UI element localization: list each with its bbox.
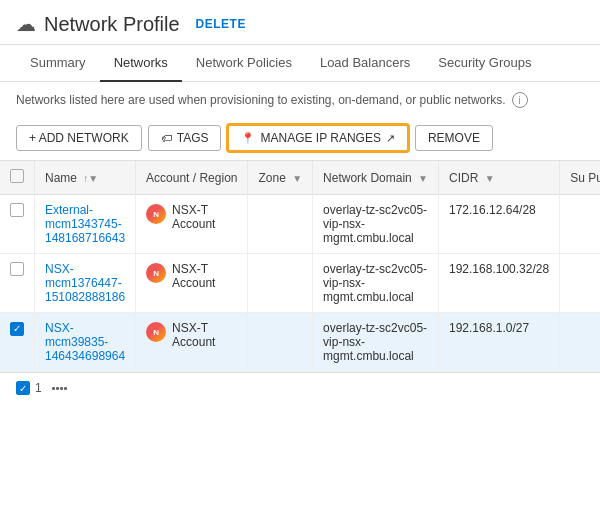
delete-button[interactable]: DELETE xyxy=(196,17,246,31)
row-account-label-0: NSX-T Account xyxy=(172,203,237,231)
info-icon: i xyxy=(512,92,528,108)
table-row: NSX-mcm1376447-151082888186 N NSX-T Acco… xyxy=(0,254,600,313)
tab-bar: Summary Networks Network Policies Load B… xyxy=(0,45,600,82)
row-account-1: N NSX-T Account xyxy=(136,254,248,313)
row-checkbox-1[interactable] xyxy=(10,262,24,276)
row-name-link-0[interactable]: External-mcm1343745-148168716643 xyxy=(45,203,125,245)
row-cidr-2: 192.168.1.0/27 xyxy=(439,313,560,372)
row-network-domain-0: overlay-tz-sc2vc05-vip-nsx-mgmt.cmbu.loc… xyxy=(313,195,439,254)
row-checkbox-cell-1[interactable] xyxy=(0,254,35,313)
toolbar: + ADD NETWORK 🏷 TAGS 📍 MANAGE IP RANGES … xyxy=(0,118,600,160)
tab-networks[interactable]: Networks xyxy=(100,45,182,82)
table-wrap: Name ↑▼ Account / Region Zone ▼ Network … xyxy=(0,160,600,372)
row-su-pu-0 xyxy=(560,195,600,254)
tab-load-balancers[interactable]: Load Balancers xyxy=(306,45,424,82)
row-zone-2 xyxy=(248,313,313,372)
selected-count-value: 1 xyxy=(35,381,42,395)
nsx-icon-2: N xyxy=(146,322,166,342)
row-network-domain-1: overlay-tz-sc2vc05-vip-nsx-mgmt.cmbu.loc… xyxy=(313,254,439,313)
row-checkbox-0[interactable] xyxy=(10,203,24,217)
sort-cidr-icon[interactable]: ▼ xyxy=(485,173,495,184)
sort-zone-icon[interactable]: ▼ xyxy=(292,173,302,184)
sort-name-icon[interactable]: ↑▼ xyxy=(83,173,98,184)
row-name-link-1[interactable]: NSX-mcm1376447-151082888186 xyxy=(45,262,125,304)
manage-ip-label: MANAGE IP RANGES xyxy=(260,131,380,145)
select-all-header[interactable] xyxy=(0,161,35,195)
selected-count: ✓ 1 xyxy=(16,381,42,395)
footer: ✓ 1 xyxy=(0,372,600,403)
cursor-icon: ↗ xyxy=(386,132,395,145)
row-checkbox-2[interactable]: ✓ xyxy=(10,322,24,336)
tab-summary[interactable]: Summary xyxy=(16,45,100,82)
row-checkbox-cell-2[interactable]: ✓ xyxy=(0,313,35,372)
row-cidr-1: 192.168.100.32/28 xyxy=(439,254,560,313)
row-checkbox-cell-0[interactable] xyxy=(0,195,35,254)
col-cidr: CIDR ▼ xyxy=(439,161,560,195)
grid-view-icon[interactable] xyxy=(52,387,67,390)
table-row: ✓ NSX-mcm39835-146434698964 N NSX-T Acco… xyxy=(0,313,600,372)
col-su-pu: Su Pu xyxy=(560,161,600,195)
col-account-region: Account / Region xyxy=(136,161,248,195)
row-name-2: NSX-mcm39835-146434698964 xyxy=(35,313,136,372)
footer-checked-icon: ✓ xyxy=(16,381,30,395)
tags-label: TAGS xyxy=(177,131,209,145)
table-row: External-mcm1343745-148168716643 N NSX-T… xyxy=(0,195,600,254)
row-su-pu-1 xyxy=(560,254,600,313)
row-su-pu-2 xyxy=(560,313,600,372)
select-all-checkbox[interactable] xyxy=(10,169,24,183)
manage-ip-ranges-button[interactable]: 📍 MANAGE IP RANGES ↗ xyxy=(227,124,408,152)
networks-table: Name ↑▼ Account / Region Zone ▼ Network … xyxy=(0,161,600,372)
row-account-label-2: NSX-T Account xyxy=(172,321,237,349)
info-bar: Networks listed here are used when provi… xyxy=(0,82,600,118)
row-zone-0 xyxy=(248,195,313,254)
col-network-domain: Network Domain ▼ xyxy=(313,161,439,195)
row-name-1: NSX-mcm1376447-151082888186 xyxy=(35,254,136,313)
row-cidr-0: 172.16.12.64/28 xyxy=(439,195,560,254)
row-account-0: N NSX-T Account xyxy=(136,195,248,254)
cloud-icon: ☁ xyxy=(16,12,36,36)
nsx-icon-1: N xyxy=(146,263,166,283)
col-zone: Zone ▼ xyxy=(248,161,313,195)
col-name: Name ↑▼ xyxy=(35,161,136,195)
add-network-button[interactable]: + ADD NETWORK xyxy=(16,125,142,151)
row-zone-1 xyxy=(248,254,313,313)
info-text: Networks listed here are used when provi… xyxy=(16,93,506,107)
location-icon: 📍 xyxy=(241,132,255,145)
remove-button[interactable]: REMOVE xyxy=(415,125,493,151)
nsx-icon-0: N xyxy=(146,204,166,224)
page-title: Network Profile xyxy=(44,13,180,36)
tab-network-policies[interactable]: Network Policies xyxy=(182,45,306,82)
row-network-domain-2: overlay-tz-sc2vc05-vip-nsx-mgmt.cmbu.loc… xyxy=(313,313,439,372)
tag-icon: 🏷 xyxy=(161,132,172,144)
sort-domain-icon[interactable]: ▼ xyxy=(418,173,428,184)
row-name-0: External-mcm1343745-148168716643 xyxy=(35,195,136,254)
row-account-2: N NSX-T Account xyxy=(136,313,248,372)
tab-security-groups[interactable]: Security Groups xyxy=(424,45,545,82)
row-name-link-2[interactable]: NSX-mcm39835-146434698964 xyxy=(45,321,125,363)
tags-button[interactable]: 🏷 TAGS xyxy=(148,125,222,151)
header: ☁ Network Profile DELETE xyxy=(0,0,600,45)
row-account-label-1: NSX-T Account xyxy=(172,262,237,290)
